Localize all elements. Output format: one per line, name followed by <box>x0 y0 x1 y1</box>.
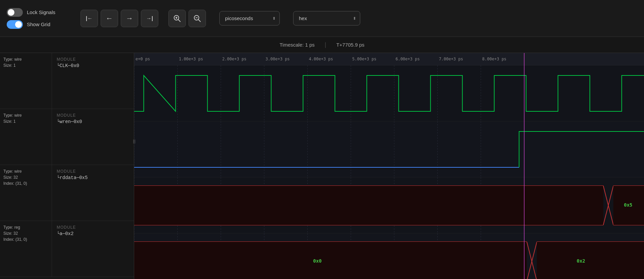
signal-row-rddata: Type: wire Size: 32 Index: (31, 0) MODUL… <box>0 165 134 221</box>
signal-name-block-a: MODULE └a─0x2 <box>52 221 134 277</box>
signal-size-a: Size: 32 <box>3 231 48 236</box>
signal-info-clk: Type: wire Size: 1 <box>0 53 52 109</box>
signal-module-clk: MODULE <box>57 57 129 62</box>
signal-index-rddata: Index: (31, 0) <box>3 181 48 186</box>
signal-size-wren: Size: 1 <box>3 119 48 124</box>
signal-info-wren: Type: wire Size: 1 <box>0 109 52 165</box>
format-select-wrapper: hex dec bin oct ⬍ <box>293 11 360 25</box>
zoom-in-button[interactable] <box>168 10 186 27</box>
lock-signals-toggle[interactable] <box>7 8 23 17</box>
lock-signals-label: Lock Signals <box>27 9 55 15</box>
signal-row-wren: Type: wire Size: 1 MODULE └wren─0x0 <box>0 109 134 165</box>
signal-info-rddata: Type: wire Size: 32 Index: (31, 0) <box>0 165 52 221</box>
signal-type-rddata: Type: wire <box>3 169 48 174</box>
show-grid-row: Show Grid <box>7 20 67 29</box>
toggle-group: Lock Signals Show Grid <box>7 8 67 29</box>
nav-next-button[interactable]: → <box>121 10 138 27</box>
svg-line-5 <box>198 19 201 22</box>
show-grid-label: Show Grid <box>27 21 50 27</box>
signal-size-clk: Size: 1 <box>3 63 48 68</box>
nav-buttons: |← ← → →| <box>80 10 158 27</box>
signal-info-a: Type: reg Size: 32 Index: (31, 0) <box>0 221 52 277</box>
signal-name-clk: └CLK─0x0 <box>57 63 129 68</box>
format-select[interactable]: hex dec bin oct <box>293 11 360 25</box>
signal-type-a: Type: reg <box>3 225 48 230</box>
timescale-divider: | <box>325 41 326 48</box>
drag-handle[interactable]: ⠿ <box>132 139 136 145</box>
signal-size-rddata: Size: 32 <box>3 175 48 180</box>
waveform-canvas[interactable] <box>134 53 644 279</box>
signal-row-clk: Type: wire Size: 1 MODULE └CLK─0x0 <box>0 53 134 109</box>
signal-list: Type: wire Size: 1 MODULE └CLK─0x0 Type:… <box>0 53 134 279</box>
lock-signals-row: Lock Signals <box>7 8 67 17</box>
toolbar: Lock Signals Show Grid |← ← → →| <box>0 0 644 37</box>
signal-module-rddata: MODULE <box>57 169 129 174</box>
cursor-time-text: T+7705.9 ps <box>336 42 365 48</box>
timescale-select[interactable]: picoseconds nanoseconds microseconds <box>219 11 280 25</box>
show-grid-toggle[interactable] <box>7 20 23 29</box>
nav-prev-button[interactable]: ← <box>101 10 118 27</box>
signal-name-block-rddata: MODULE └rddata─0x5 <box>52 165 134 221</box>
main-area: Type: wire Size: 1 MODULE └CLK─0x0 Type:… <box>0 53 644 279</box>
signal-name-block-clk: MODULE └CLK─0x0 <box>52 53 134 109</box>
signal-name-a: └a─0x2 <box>57 231 129 236</box>
timescale-bar: Timescale: 1 ps | T+7705.9 ps <box>0 37 644 53</box>
signal-name-wren: └wren─0x0 <box>57 119 129 124</box>
zoom-buttons <box>168 10 206 27</box>
signal-type-wren: Type: wire <box>3 113 48 118</box>
signal-module-a: MODULE <box>57 225 129 230</box>
zoom-out-button[interactable] <box>189 10 206 27</box>
timescale-text: Timescale: 1 ps <box>280 42 315 48</box>
signal-name-rddata: └rddata─0x5 <box>57 175 129 180</box>
signal-index-a: Index: (31, 0) <box>3 237 48 242</box>
signal-row-a: Type: reg Size: 32 Index: (31, 0) MODULE… <box>0 221 134 277</box>
waveform-area[interactable] <box>134 53 644 279</box>
signal-name-block-wren: MODULE └wren─0x0 <box>52 109 134 165</box>
timescale-select-wrapper: picoseconds nanoseconds microseconds ⬍ <box>219 11 280 25</box>
signal-type-clk: Type: wire <box>3 57 48 62</box>
signal-module-wren: MODULE <box>57 113 129 118</box>
nav-last-button[interactable]: →| <box>141 10 158 27</box>
nav-first-button[interactable]: |← <box>80 10 98 27</box>
svg-line-1 <box>178 19 180 22</box>
